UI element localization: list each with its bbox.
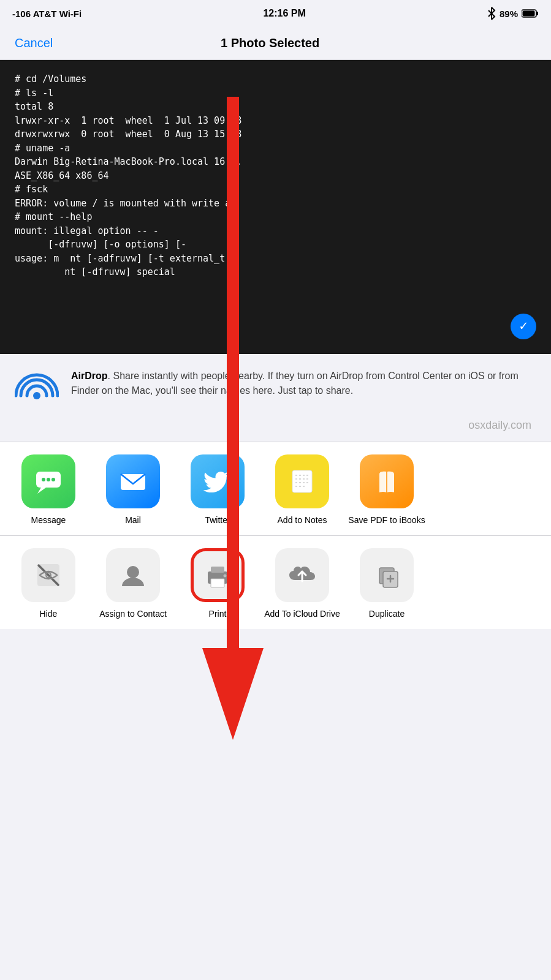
notes-icon-wrap <box>275 454 329 508</box>
assign-icon-wrap <box>106 548 160 602</box>
hide-icon <box>32 559 64 591</box>
svg-point-3 <box>33 392 40 399</box>
photo-area: # cd /Volumes # ls -l total 8 lrwxr-xr-x… <box>0 60 551 354</box>
hide-icon-wrap <box>21 548 75 602</box>
page-title: 1 Photo Selected <box>221 36 319 50</box>
print-icon-wrap <box>191 548 245 602</box>
twitter-icon-wrap <box>191 454 245 508</box>
bluetooth-icon <box>487 7 496 20</box>
action-item-assign[interactable]: Assign to Contact <box>91 548 175 619</box>
svg-point-8 <box>51 478 55 481</box>
airdrop-title: AirDrop <box>71 371 108 381</box>
cloud-label: Add To iCloud Drive <box>264 608 340 619</box>
twitter-icon <box>202 466 234 497</box>
share-item-notes[interactable]: Add to Notes <box>260 454 344 526</box>
action-item-print[interactable]: Print <box>175 548 260 619</box>
share-item-message[interactable]: Message <box>6 454 91 526</box>
assign-contact-icon <box>117 559 149 591</box>
airdrop-icon <box>15 369 59 413</box>
svg-point-19 <box>127 566 139 578</box>
hide-label: Hide <box>40 608 58 619</box>
print-label: Print <box>209 608 227 619</box>
second-actions-row: Hide Assign to Contact <box>0 536 551 629</box>
action-item-duplicate[interactable]: Duplicate <box>344 548 429 619</box>
nav-bar: Cancel 1 Photo Selected <box>0 27 551 60</box>
share-scroll: Message Mail Twitter <box>0 454 551 526</box>
watermark: osxdaily.com <box>15 419 536 432</box>
svg-rect-1 <box>536 12 538 15</box>
duplicate-icon-wrap <box>360 548 414 602</box>
share-item-mail[interactable]: Mail <box>91 454 175 526</box>
svg-point-23 <box>224 575 227 578</box>
status-bar: -106 AT&T Wi-Fi 12:16 PM 89% <box>0 0 551 27</box>
cloud-upload-icon <box>286 559 318 591</box>
share-item-ibooks[interactable]: Save PDF to iBooks <box>344 454 429 526</box>
clock: 12:16 PM <box>263 8 305 19</box>
terminal-text: # cd /Volumes # ls -l total 8 lrwxr-xr-x… <box>15 72 536 279</box>
ibooks-icon <box>371 466 403 497</box>
svg-marker-30 <box>202 648 264 740</box>
assign-label: Assign to Contact <box>99 608 167 619</box>
carrier-signal: -106 AT&T Wi-Fi <box>12 9 82 19</box>
notes-icon <box>286 466 318 497</box>
ibooks-label: Save PDF to iBooks <box>348 514 425 526</box>
terminal-image: # cd /Volumes # ls -l total 8 lrwxr-xr-x… <box>0 60 551 354</box>
svg-rect-2 <box>522 11 534 17</box>
notes-label: Add to Notes <box>278 514 327 526</box>
action-item-hide[interactable]: Hide <box>6 548 91 619</box>
battery-icon <box>522 9 539 18</box>
ibooks-icon-wrap <box>360 454 414 508</box>
battery-info: 89% <box>487 7 539 20</box>
message-label: Message <box>31 514 66 526</box>
message-icon-wrap <box>21 454 75 508</box>
share-item-twitter[interactable]: Twitter <box>175 454 260 526</box>
message-icon <box>32 466 64 497</box>
mail-icon-wrap <box>106 454 160 508</box>
print-icon <box>202 559 234 591</box>
svg-point-6 <box>42 478 45 481</box>
svg-marker-5 <box>37 488 46 494</box>
duplicate-icon <box>371 559 403 591</box>
twitter-label: Twitter <box>205 514 230 526</box>
mail-icon <box>117 466 149 497</box>
airdrop-description: AirDrop. Share instantly with people nea… <box>71 369 536 398</box>
svg-rect-21 <box>211 567 224 573</box>
selected-checkmark <box>511 314 536 339</box>
airdrop-section: AirDrop. Share instantly with people nea… <box>0 354 551 442</box>
cancel-button[interactable]: Cancel <box>15 36 53 50</box>
action-item-cloud[interactable]: Add To iCloud Drive <box>260 548 344 619</box>
svg-point-7 <box>47 478 50 481</box>
second-scroll: Hide Assign to Contact <box>0 548 551 619</box>
svg-rect-10 <box>292 470 312 492</box>
svg-rect-22 <box>211 579 224 587</box>
mail-label: Mail <box>125 514 141 526</box>
share-actions-row: Message Mail Twitter <box>0 442 551 536</box>
cloud-icon-wrap <box>275 548 329 602</box>
duplicate-label: Duplicate <box>369 608 405 619</box>
battery-percent: 89% <box>500 9 518 19</box>
